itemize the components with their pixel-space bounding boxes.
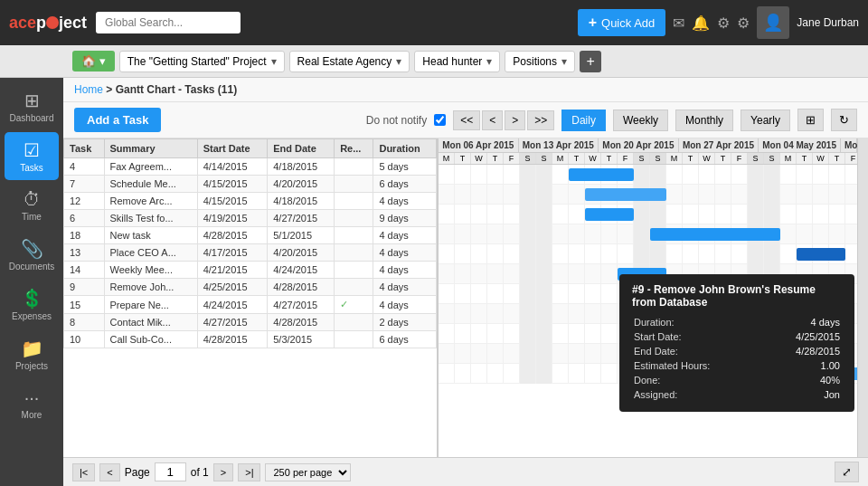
view-monthly-button[interactable]: Monthly [675,110,733,131]
cell-start: 4/28/2015 [197,227,268,244]
table-row[interactable]: 12 Remove Arc... 4/15/2015 4/18/2015 4 d… [64,193,437,210]
tooltip-field-label: Duration: [634,316,763,329]
gantt-day-header: W [471,153,487,164]
gantt-row [439,185,857,205]
project-label: The "Getting Started" Project [127,55,267,68]
sidebar-item-time[interactable]: ⏱ Time [5,182,59,229]
next-page-button[interactable]: > [213,463,233,481]
gantt-cell [439,205,455,224]
email-icon[interactable]: ✉ [673,14,684,32]
cell-duration: 4 days [373,296,437,314]
gantt-week-header: Mo... [841,138,857,152]
tooltip-field-value: 4/28/2015 [765,345,840,357]
gantt-day-header: F [731,153,748,164]
notify-checkbox[interactable] [434,114,446,126]
table-row[interactable]: 13 Place CEO A... 4/17/2015 4/20/2015 4 … [64,244,437,262]
tooltip-field-label: Estimated Hours: [634,359,763,372]
add-task-button[interactable]: Add a Task [74,108,161,132]
gantt-cell [829,165,845,185]
table-row[interactable]: 6 Skills Test fo... 4/19/2015 4/27/2015 … [64,210,437,227]
gear-icon[interactable]: ⚙ [737,14,750,32]
gantt-day-header: S [634,153,650,164]
gantt-cell [764,185,780,205]
gantt-next-button[interactable]: > [505,110,525,130]
gantt-cell [601,224,618,244]
gantt-day-header: M [552,153,569,164]
cell-re [335,279,373,296]
more-icon: ··· [24,387,40,408]
gantt-cell [471,224,487,244]
gantt-cell [439,304,455,324]
cell-start: 4/14/2015 [197,158,268,176]
gantt-cell [829,205,845,224]
sidebar-item-projects[interactable]: 📁 Projects [5,330,59,378]
home-nav-button[interactable]: 🏠 ▾ [72,51,115,71]
table-row[interactable]: 14 Weekly Mee... 4/21/2015 4/24/2015 4 d… [64,262,437,279]
table-row[interactable]: 18 New task 4/28/2015 5/1/2015 4 days [64,227,437,244]
per-page-select[interactable]: 250 per page 100 per page 50 per page [265,463,351,481]
last-page-button[interactable]: >| [238,463,260,481]
gantt-cell [439,364,455,384]
cell-re [335,210,373,227]
bottom-right: ⤢ [835,462,859,482]
gantt-next-next-button[interactable]: >> [527,110,554,130]
gantt-bar[interactable] [585,208,634,221]
quick-add-button[interactable]: + Quick Add [578,9,666,36]
tooltip-field-value: 40% [765,374,840,386]
page-input[interactable] [155,462,186,481]
breadcrumb-home-link[interactable]: Home [74,83,103,96]
avatar: 👤 [757,6,789,39]
table-row[interactable]: 4 Fax Agreem... 4/14/2015 4/18/2015 5 da… [64,158,437,176]
gantt-cell [471,324,487,344]
agency-dropdown[interactable]: Real Estate Agency ▾ [289,51,410,72]
table-row[interactable]: 8 Contact Mik... 4/27/2015 4/28/2015 2 d… [64,314,437,331]
gantt-cell [845,205,857,224]
gantt-cell [504,224,520,244]
sidebar-item-dashboard[interactable]: ⊞ Dashboard [5,82,59,130]
view-daily-button[interactable]: Daily [561,110,606,131]
gantt-cell [731,205,748,224]
gantt-bar[interactable] [650,228,780,241]
gantt-bar[interactable] [797,248,845,261]
col-summary: Summary [104,139,197,158]
cell-re [335,244,373,262]
first-page-button[interactable]: |< [72,463,95,481]
sidebar-item-tasks[interactable]: ☑ Tasks [5,132,59,180]
gantt-bar[interactable] [585,188,666,201]
headhunter-dropdown[interactable]: Head hunter ▾ [414,51,500,72]
sidebar-item-more[interactable]: ··· More [5,380,59,427]
prev-page-button[interactable]: < [99,463,119,481]
gantt-cell [569,264,585,284]
table-row[interactable]: 15 Prepare Ne... 4/24/2015 4/27/2015 ✓ 4… [64,296,437,314]
gantt-cell [471,344,487,364]
add-nav-button[interactable]: + [580,51,601,72]
bell-icon[interactable]: 🔔 [692,14,710,32]
sidebar-item-documents[interactable]: 📎 Documents [5,231,59,279]
view-yearly-button[interactable]: Yearly [741,110,790,131]
of-label: of 1 [191,466,209,479]
gantt-cell [520,244,536,264]
project-dropdown[interactable]: The "Getting Started" Project ▾ [119,51,285,72]
cell-summary: Contact Mik... [104,314,197,331]
logo-p: p [36,14,46,32]
gantt-prev-button[interactable]: < [482,110,503,130]
gantt-cell [455,324,471,344]
gantt-prev-prev-button[interactable]: << [453,110,480,130]
gantt-cell [504,205,520,224]
gantt-cell [764,244,780,264]
table-row[interactable]: 7 Schedule Me... 4/15/2015 4/20/2015 6 d… [64,176,437,193]
positions-dropdown[interactable]: Positions ▾ [505,51,575,72]
global-search-input[interactable] [96,12,241,33]
sidebar-item-expenses[interactable]: 💲 Expenses [5,281,59,329]
view-weekly-button[interactable]: Weekly [613,110,668,131]
grid-view-button[interactable]: ⊞ [797,109,824,131]
table-row[interactable]: 9 Remove Joh... 4/25/2015 4/28/2015 4 da… [64,279,437,296]
table-row[interactable]: 10 Call Sub-Co... 4/28/2015 5/3/2015 6 d… [64,331,437,348]
refresh-button[interactable]: ↻ [831,109,857,131]
settings-icon[interactable]: ⚙ [717,14,730,32]
sidebar-label-time: Time [22,212,42,222]
cell-duration: 4 days [373,262,437,279]
gantt-row [439,205,857,224]
gantt-bar[interactable] [569,168,634,181]
expand-button[interactable]: ⤢ [835,462,859,482]
